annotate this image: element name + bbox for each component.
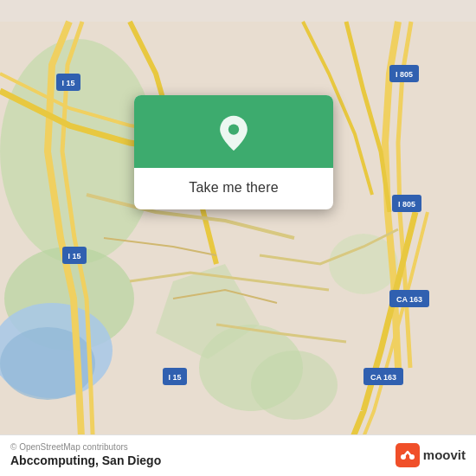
bottom-left: © OpenStreetMap contributors Abccomputin… (10, 442, 161, 467)
svg-text:I 15: I 15 (68, 252, 80, 261)
svg-point-1 (0, 39, 156, 264)
bottom-bar: © OpenStreetMap contributors Abccomputin… (0, 434, 476, 476)
take-me-there-button[interactable]: Take me there (189, 180, 278, 196)
svg-text:CA 163: CA 163 (396, 295, 422, 304)
location-name: Abccomputing, San Diego (10, 453, 161, 467)
moovit-brand-icon (396, 443, 420, 467)
svg-text:I 15: I 15 (61, 79, 74, 87)
moovit-logo: moovit (396, 443, 466, 467)
map-background: I 15 I 15 I 15 I 805 I 805 CA 163 CA 163 (0, 0, 476, 476)
svg-text:I 805: I 805 (398, 200, 415, 209)
svg-point-6 (251, 351, 338, 420)
svg-text:I 15: I 15 (168, 373, 181, 382)
popup-card: Take me there (134, 95, 333, 209)
popup-header (134, 95, 333, 168)
moovit-brand-name: moovit (423, 447, 466, 462)
svg-text:I 805: I 805 (396, 70, 413, 79)
svg-text:CA 163: CA 163 (370, 373, 396, 382)
svg-rect-24 (396, 443, 420, 467)
map-attribution: © OpenStreetMap contributors (10, 442, 161, 452)
map-container: I 15 I 15 I 15 I 805 I 805 CA 163 CA 163 (0, 0, 476, 476)
location-pin-icon (215, 114, 253, 152)
svg-point-23 (228, 124, 239, 134)
popup-body: Take me there (134, 168, 333, 209)
